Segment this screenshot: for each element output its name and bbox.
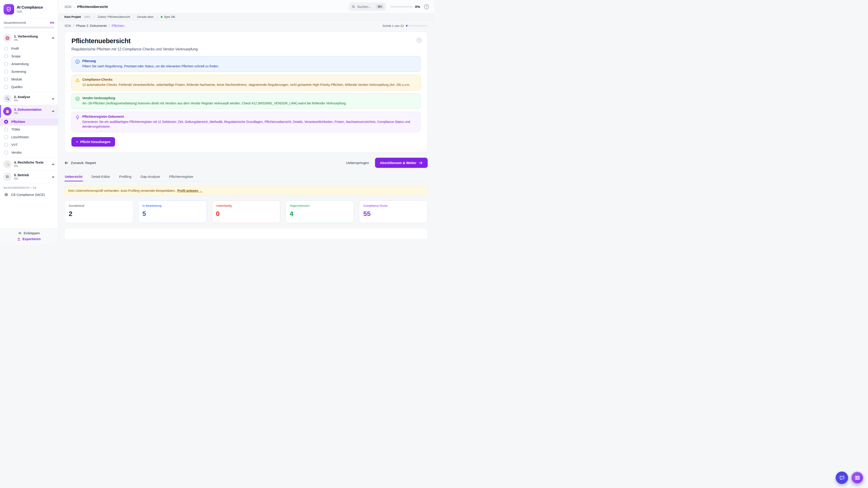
header-progress-value: 0% [415, 5, 420, 8]
section-percent: 0% [14, 164, 49, 168]
warning-icon [75, 78, 80, 87]
overall-progress-bar [4, 27, 54, 29]
page-subtitle: Regulatorische Pflichten mit 12 Complian… [71, 47, 421, 51]
crumb-phase[interactable]: Phase 2: Dokumente [76, 24, 107, 28]
chevron-down-icon [52, 97, 55, 100]
stat-ausstehend: Ausstehend 2 [64, 200, 133, 223]
breadcrumb: SDK › Pflichtenübersicht [64, 5, 108, 9]
dokumentation-items: Pflichten TOMs Löschfristen VVT Vendor [0, 118, 58, 158]
breadcrumb-root[interactable]: SDK [64, 5, 72, 9]
last-saved-time: Gerade eben [137, 15, 153, 19]
section-label: 1. Vorbereitung [14, 35, 49, 38]
info-box-pflichtenregister: Pflichtenregister-Dokument Generieren Si… [71, 112, 421, 132]
section-percent: 0% [14, 99, 49, 102]
ce-item-label: CE-Compliance (IACE) [11, 193, 45, 197]
collapse-sidebar-button[interactable]: Einklappen [18, 231, 40, 235]
radio-icon [4, 70, 8, 74]
tab-uebersicht[interactable]: Uebersicht [64, 173, 83, 181]
step-label: Schritt 1 von 22 [382, 24, 404, 28]
sidebar-section-rechtliche-texte: 4. Rechtliche Texte 0% [0, 158, 58, 170]
section-label: 4. Rechtliche Texte [14, 161, 49, 164]
app-logo-row: AI Compliance SDK [0, 0, 58, 18]
finish-next-button[interactable]: Abschliessen & Weiter [375, 158, 428, 168]
section-header-rechtliche-texte[interactable]: 4. Rechtliche Texte 0% [0, 158, 58, 170]
sidebar-item-module[interactable]: Module [0, 75, 58, 83]
plus-icon: + [76, 140, 78, 144]
section-header-dokumentation[interactable]: 3. Dokumentation 0% [1, 105, 58, 118]
header-progress: 0% [390, 5, 420, 8]
tab-profiling[interactable]: Profiling [119, 173, 132, 181]
crumb-sdk[interactable]: SDK [64, 24, 71, 28]
info-box-compliance-checks: Compliance-Checks 12 automatische Checks… [71, 75, 421, 90]
sidebar: AI Compliance SDK Gesamtfortschritt 0% 1… [0, 0, 58, 244]
clipboard-icon [3, 107, 11, 116]
app-subtitle: SDK [17, 10, 43, 13]
group-label-maschinenrecht: MASCHINENRECHT / CE [0, 183, 58, 191]
wizard-nav: Zurueck: Report Ueberspringen Abschliess… [64, 158, 428, 168]
stat-in-bearbeitung: In Bearbeitung 5 [138, 200, 207, 223]
sidebar-item-quellen[interactable]: Quellen [0, 83, 58, 91]
divider: | [157, 15, 157, 19]
help-icon[interactable]: ? [424, 4, 429, 9]
section-header-vorbereitung[interactable]: 1. Vorbereitung 0% [0, 32, 58, 44]
sidebar-footer: Einklappen Exportieren [0, 228, 58, 244]
create-profile-link[interactable]: Profil anlegen → [177, 189, 202, 193]
main-area: SDK › Pflichtenübersicht ⌘K 0% ? Kein Pr… [58, 0, 434, 244]
sidebar-item-pflichten[interactable]: Pflichten [0, 118, 58, 126]
sync-ok-dot-icon [161, 16, 162, 18]
arrow-right-icon [418, 161, 423, 165]
sidebar-item-ce-compliance[interactable]: CE-Compliance (IACE) [0, 191, 58, 199]
export-label: Exportieren [22, 237, 41, 241]
sidebar-item-vvt[interactable]: VVT [0, 141, 58, 149]
export-button[interactable]: Exportieren [17, 237, 41, 241]
info-icon [75, 59, 80, 69]
sidebar-item-profil[interactable]: Profil [0, 45, 58, 53]
sidebar-section-betrieb: 5. Betrieb 0% [0, 170, 58, 183]
target-icon [3, 34, 11, 42]
info-boxes: Filterung Filtern Sie nach Regulierung, … [71, 56, 421, 132]
tab-gap-analyse[interactable]: Gap-Analyse [140, 173, 160, 181]
section-percent: 0% [14, 38, 49, 41]
section-percent: 0% [14, 177, 49, 180]
section-header-analyse[interactable]: 2. Analyse 0% [0, 92, 58, 105]
sync-status: Sync OK [161, 15, 175, 19]
tab-detail-editor[interactable]: Detail-Editor [91, 173, 111, 181]
radio-icon [4, 85, 8, 89]
section-label: 3. Dokumentation [14, 108, 49, 111]
back-button[interactable]: Zurueck: Report [64, 161, 96, 165]
radio-icon [4, 127, 8, 131]
radio-icon [4, 143, 8, 147]
chip-icon [4, 193, 8, 197]
skip-button[interactable]: Ueberspringen [346, 161, 369, 165]
tab-pflichtenregister[interactable]: Pflichtenregister [168, 173, 194, 181]
overall-progress-label: Gesamtfortschritt [4, 21, 26, 24]
check-circle-icon [75, 96, 80, 106]
profile-warning-banner: Kein Unternehmensprofil vorhanden. Auto-… [64, 186, 428, 195]
chevron-up-icon [52, 37, 55, 40]
radio-icon [4, 54, 8, 58]
divider: | [94, 15, 94, 19]
last-step-label: Zuletzt: Pflichtenübersicht [98, 15, 130, 19]
project-name: Kein Projekt [64, 15, 81, 19]
arrow-left-icon [64, 161, 68, 165]
sidebar-item-loeschfristen[interactable]: Löschfristen [0, 133, 58, 141]
card-help-icon[interactable]: ? [416, 38, 422, 43]
search-box[interactable]: ⌘K [349, 2, 386, 11]
section-percent: 0% [14, 111, 49, 115]
search-icon [352, 5, 355, 8]
double-chevron-left-icon [18, 232, 22, 235]
step-progress: Schritt 1 von 22 [382, 24, 428, 28]
sidebar-item-screening[interactable]: Screening [0, 68, 58, 75]
search-input[interactable] [357, 5, 374, 8]
sidebar-item-vendor[interactable]: Vendor [0, 149, 58, 156]
section-header-betrieb[interactable]: 5. Betrieb 0% [0, 170, 58, 183]
section-label: 2. Analyse [14, 95, 49, 99]
sidebar-item-scope[interactable]: Scope [0, 53, 58, 60]
info-box-vendor-verknuepfung: Vendor-Verknuepfung Art.-28-Pflichten (A… [71, 93, 421, 109]
sidebar-item-toms[interactable]: TOMs [0, 126, 58, 133]
chevron-down-icon [52, 175, 55, 178]
section-label: 5. Betrieb [14, 173, 49, 177]
breadcrumb-current: Pflichtenübersicht [77, 5, 108, 9]
sidebar-item-anwendung[interactable]: Anwendung [0, 60, 58, 68]
add-pflicht-button[interactable]: + Pflicht hinzufuegen [71, 137, 115, 147]
